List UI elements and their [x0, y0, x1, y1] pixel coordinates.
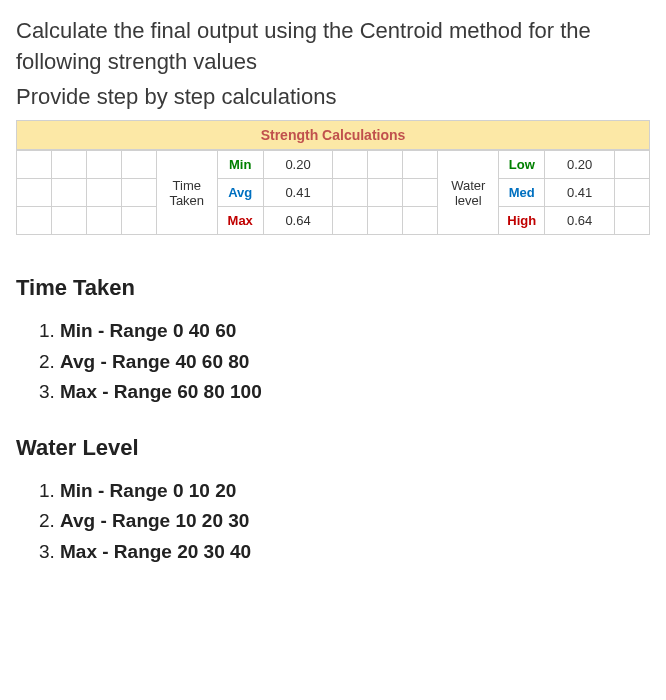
value-min: 0.20	[263, 151, 333, 179]
water-level-list: Min - Range 0 10 20 Avg - Range 10 20 30…	[16, 477, 650, 567]
metric-avg: Avg	[217, 179, 263, 207]
metric-max: Max	[217, 207, 263, 235]
value-high: 0.64	[545, 207, 615, 235]
range-label: Max	[60, 381, 97, 402]
range-value: - Range 60 80 100	[102, 381, 261, 402]
table-row: Max 0.64 High 0.64	[17, 207, 650, 235]
list-item: Avg - Range 10 20 30	[60, 507, 650, 536]
left-group-label: Time Taken	[156, 151, 217, 235]
question-line-2: Provide step by step calculations	[16, 82, 650, 113]
range-value: - Range 20 30 40	[102, 541, 251, 562]
list-item: Min - Range 0 40 60	[60, 317, 650, 346]
question-line-1: Calculate the final output using the Cen…	[16, 16, 650, 78]
range-value: - Range 0 40 60	[98, 320, 236, 341]
strength-table: Time Taken Min 0.20 Water level Low 0.20…	[16, 150, 650, 235]
value-low: 0.20	[545, 151, 615, 179]
metric-med: Med	[499, 179, 545, 207]
metric-min: Min	[217, 151, 263, 179]
range-label: Avg	[60, 351, 95, 372]
table-header: Strength Calculations	[16, 120, 650, 150]
range-label: Avg	[60, 510, 95, 531]
section-heading-water-level: Water Level	[16, 435, 650, 461]
range-label: Min	[60, 320, 93, 341]
list-item: Min - Range 0 10 20	[60, 477, 650, 506]
range-value: - Range 10 20 30	[100, 510, 249, 531]
value-med: 0.41	[545, 179, 615, 207]
list-item: Max - Range 20 30 40	[60, 538, 650, 567]
time-taken-list: Min - Range 0 40 60 Avg - Range 40 60 80…	[16, 317, 650, 407]
range-value: - Range 40 60 80	[100, 351, 249, 372]
list-item: Max - Range 60 80 100	[60, 378, 650, 407]
metric-high: High	[499, 207, 545, 235]
table-row: Time Taken Min 0.20 Water level Low 0.20	[17, 151, 650, 179]
list-item: Avg - Range 40 60 80	[60, 348, 650, 377]
metric-low: Low	[499, 151, 545, 179]
section-heading-time-taken: Time Taken	[16, 275, 650, 301]
range-label: Min	[60, 480, 93, 501]
value-max: 0.64	[263, 207, 333, 235]
range-label: Max	[60, 541, 97, 562]
table-row: Avg 0.41 Med 0.41	[17, 179, 650, 207]
range-value: - Range 0 10 20	[98, 480, 236, 501]
value-avg: 0.41	[263, 179, 333, 207]
right-group-label: Water level	[438, 151, 499, 235]
